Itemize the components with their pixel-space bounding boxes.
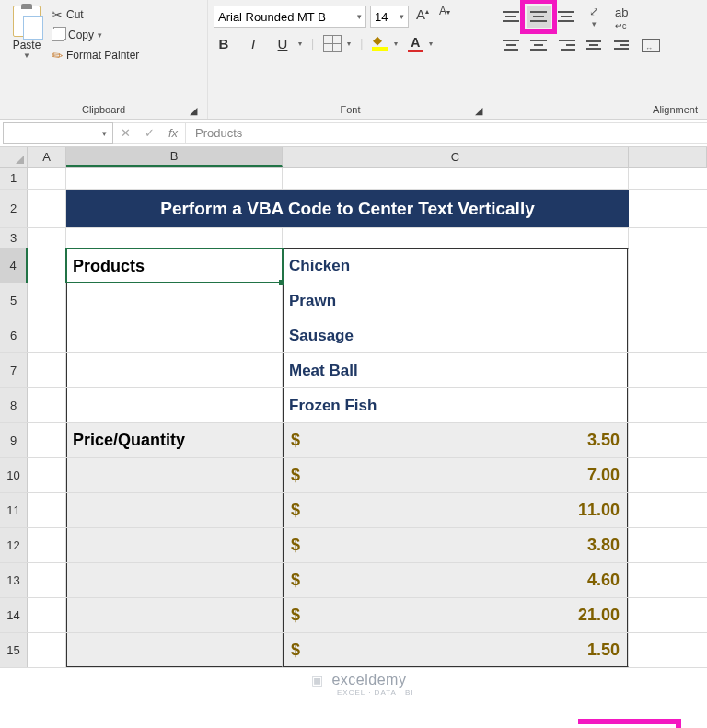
cell[interactable]: Sausage bbox=[283, 318, 629, 352]
cell[interactable] bbox=[28, 248, 66, 283]
insert-function-button[interactable]: fx bbox=[161, 126, 185, 140]
italic-button[interactable]: I bbox=[243, 33, 263, 53]
cell[interactable] bbox=[28, 563, 66, 597]
cell[interactable]: Frozen Fish bbox=[283, 388, 629, 422]
font-color-button[interactable]: A bbox=[407, 35, 423, 52]
cell[interactable] bbox=[629, 633, 707, 667]
row-header[interactable]: 6 bbox=[0, 318, 28, 352]
row-header[interactable]: 9 bbox=[0, 423, 28, 457]
cell[interactable] bbox=[629, 388, 707, 422]
chevron-down-icon[interactable]: ▾ bbox=[400, 12, 404, 21]
cell[interactable] bbox=[66, 458, 283, 492]
cell[interactable] bbox=[283, 190, 629, 227]
cell[interactable] bbox=[629, 228, 707, 248]
font-size-selector[interactable]: 14 ▾ bbox=[370, 6, 409, 28]
fill-color-button[interactable] bbox=[372, 36, 388, 51]
wrap-text-button[interactable]: ab↩c bbox=[615, 6, 628, 30]
formula-bar-input[interactable]: Products bbox=[186, 122, 707, 144]
enter-formula-button[interactable]: ✓ bbox=[137, 126, 161, 140]
cell[interactable] bbox=[66, 493, 283, 527]
cell[interactable] bbox=[28, 528, 66, 562]
align-top-button[interactable] bbox=[499, 6, 523, 28]
cell[interactable] bbox=[28, 423, 66, 457]
cell[interactable]: Perform a VBA Code to Center Text Vertic… bbox=[66, 190, 283, 227]
cell[interactable] bbox=[28, 493, 66, 527]
cell[interactable] bbox=[629, 353, 707, 387]
cell[interactable] bbox=[629, 493, 707, 527]
underline-button[interactable]: U bbox=[272, 33, 293, 53]
align-bottom-button[interactable] bbox=[554, 6, 578, 28]
cell[interactable] bbox=[629, 458, 707, 492]
cell[interactable] bbox=[66, 598, 283, 632]
cell[interactable] bbox=[66, 633, 283, 667]
row-header[interactable]: 8 bbox=[0, 388, 28, 422]
column-header-B[interactable]: B bbox=[66, 147, 283, 167]
font-name-selector[interactable]: Arial Rounded MT B ▾ bbox=[214, 6, 366, 28]
column-header-D[interactable] bbox=[629, 147, 707, 167]
dialog-launcher-icon[interactable]: ◢ bbox=[472, 104, 485, 117]
cell[interactable] bbox=[66, 318, 283, 352]
dialog-launcher-icon[interactable]: ◢ bbox=[187, 104, 200, 117]
cell[interactable] bbox=[28, 458, 66, 492]
cell[interactable] bbox=[28, 353, 66, 387]
cell[interactable] bbox=[629, 528, 707, 562]
align-left-button[interactable] bbox=[499, 34, 523, 56]
cell[interactable]: Price/Quantity bbox=[66, 423, 283, 457]
cell[interactable] bbox=[28, 598, 66, 632]
row-header[interactable]: 11 bbox=[0, 493, 28, 527]
cell[interactable] bbox=[28, 228, 66, 248]
cell[interactable] bbox=[629, 168, 707, 189]
row-header[interactable]: 10 bbox=[0, 458, 28, 492]
chevron-down-icon[interactable]: ▼ bbox=[23, 52, 30, 60]
cell[interactable] bbox=[66, 388, 283, 422]
chevron-down-icon[interactable]: ▾ bbox=[429, 40, 433, 48]
select-all-corner[interactable] bbox=[0, 147, 28, 167]
cell[interactable] bbox=[629, 248, 707, 283]
bold-button[interactable]: B bbox=[214, 33, 234, 53]
decrease-font-button[interactable]: A▾ bbox=[435, 6, 455, 27]
cell[interactable] bbox=[28, 168, 66, 189]
cell[interactable] bbox=[66, 228, 283, 248]
cell[interactable] bbox=[629, 318, 707, 352]
cell[interactable] bbox=[66, 563, 283, 597]
align-right-button[interactable] bbox=[554, 34, 578, 56]
cell[interactable]: $7.00 bbox=[283, 458, 629, 492]
column-header-C[interactable]: C bbox=[283, 147, 629, 167]
merge-center-button[interactable]: ↔ bbox=[637, 34, 665, 56]
cell[interactable] bbox=[28, 318, 66, 352]
cut-button[interactable]: ✂ Cut bbox=[48, 6, 143, 24]
cell[interactable] bbox=[283, 228, 629, 248]
row-header[interactable]: 5 bbox=[0, 283, 28, 318]
align-middle-button[interactable] bbox=[527, 6, 551, 28]
cell[interactable]: $1.50 bbox=[283, 633, 629, 667]
cancel-formula-button[interactable]: ✕ bbox=[113, 126, 137, 140]
cell[interactable]: $3.50 bbox=[283, 423, 629, 457]
cell[interactable] bbox=[66, 528, 283, 562]
row-header[interactable]: 13 bbox=[0, 563, 28, 597]
chevron-down-icon[interactable]: ▾ bbox=[102, 129, 107, 138]
cell[interactable] bbox=[28, 190, 66, 227]
cell[interactable] bbox=[28, 633, 66, 667]
increase-indent-button[interactable] bbox=[609, 34, 633, 56]
row-header[interactable]: 4 bbox=[0, 248, 28, 283]
cell[interactable]: $21.00 bbox=[283, 598, 629, 632]
format-painter-button[interactable]: ✎ Format Painter bbox=[48, 46, 143, 64]
cell[interactable] bbox=[629, 283, 707, 318]
chevron-down-icon[interactable]: ▾ bbox=[298, 40, 302, 48]
borders-button[interactable] bbox=[323, 35, 342, 52]
row-header[interactable]: 1 bbox=[0, 168, 28, 189]
row-header[interactable]: 2 bbox=[0, 190, 28, 227]
cell[interactable] bbox=[66, 283, 283, 318]
align-center-button[interactable] bbox=[527, 34, 551, 56]
row-header[interactable]: 14 bbox=[0, 598, 28, 632]
row-header[interactable]: 12 bbox=[0, 528, 28, 562]
cell[interactable] bbox=[28, 388, 66, 422]
row-header[interactable]: 15 bbox=[0, 633, 28, 667]
cell-B4-selected[interactable]: Products bbox=[66, 248, 283, 283]
row-header[interactable]: 3 bbox=[0, 228, 28, 248]
cell[interactable] bbox=[629, 598, 707, 632]
row-header[interactable]: 7 bbox=[0, 353, 28, 387]
increase-font-button[interactable]: A▴ bbox=[412, 6, 433, 27]
cell[interactable] bbox=[66, 353, 283, 387]
cell[interactable]: Chicken bbox=[283, 248, 629, 283]
